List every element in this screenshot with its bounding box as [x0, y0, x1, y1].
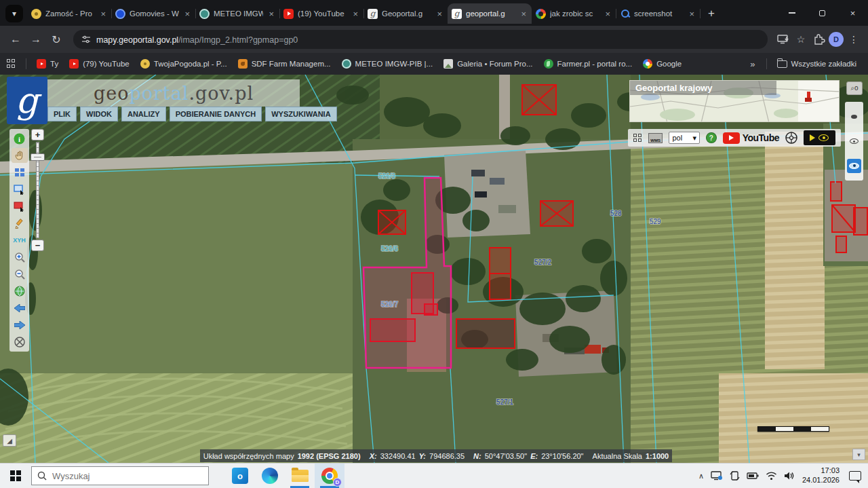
tab-search-button[interactable]: ▾ [5, 5, 23, 22]
back-button[interactable]: ← [7, 33, 24, 45]
browser-menu-icon[interactable]: ⋮ [846, 34, 861, 45]
bookmark-sdf-farm[interactable]: SDF Farm Managem... [233, 57, 336, 71]
window-restore-button[interactable] [807, 0, 837, 26]
close-icon[interactable]: × [351, 9, 359, 19]
tab-meteo[interactable]: METEO IMGW × [195, 3, 279, 24]
tab-geoportal-1[interactable]: g Geoportal.g × [363, 3, 448, 24]
previous-view-tool[interactable] [12, 301, 28, 316]
info-tool[interactable]: i [12, 131, 28, 146]
map-area: 526/3 526/6 526/7 527/2 528 529 527/1 g … [0, 75, 868, 463]
scroll-down-button[interactable]: ▾ [852, 449, 865, 460]
search-input[interactable] [52, 471, 174, 481]
legend-grid-icon[interactable] [633, 134, 642, 142]
close-icon[interactable]: × [99, 9, 107, 19]
close-icon[interactable]: × [688, 9, 696, 19]
window-close-button[interactable]: × [837, 0, 868, 26]
layer-eye-active-button[interactable] [847, 159, 861, 173]
taskbar-search[interactable] [31, 466, 209, 485]
menu-wyszukiwania[interactable]: WYSZUKIWANIA [265, 107, 336, 121]
wifi-icon[interactable] [766, 471, 777, 481]
tab-screenshot[interactable]: screenshot × [616, 3, 700, 24]
arrow-left-icon [14, 304, 25, 312]
xyh-coordinates-tool[interactable]: XYH [12, 233, 28, 248]
overview-map[interactable]: Geoportal krajowy [629, 80, 840, 122]
profile-avatar[interactable]: D [829, 32, 844, 47]
bookmark-twojapogoda[interactable]: TwojaPogoda.pl - P... [136, 57, 232, 71]
layer-eye-small-button[interactable] [847, 110, 861, 124]
bookmark-star-icon[interactable]: ☆ [793, 34, 808, 45]
tray-expand-icon[interactable]: ∧ [698, 472, 704, 481]
clear-selection-tool[interactable] [12, 199, 28, 214]
youtube-icon [69, 59, 79, 69]
select-rectangle-tool[interactable] [12, 182, 28, 197]
folder-icon [777, 60, 787, 68]
battery-icon[interactable] [747, 471, 759, 481]
pencil-icon [14, 219, 24, 229]
extensions-icon[interactable] [811, 33, 826, 45]
accessibility-wheel-icon[interactable] [785, 132, 797, 144]
close-icon[interactable]: × [519, 9, 528, 19]
taskbar-outlook[interactable]: o [225, 464, 255, 488]
youtube-link[interactable]: YouTube [723, 132, 779, 144]
zoom-in-tool[interactable] [12, 250, 28, 265]
window-minimize-button[interactable] [776, 0, 807, 26]
menu-plik[interactable]: PLIK [47, 107, 77, 121]
restore-icon [819, 10, 825, 16]
bookmarks-overflow-button[interactable]: » [745, 59, 760, 69]
close-icon[interactable]: × [435, 9, 443, 19]
pan-tool[interactable] [12, 148, 28, 163]
send-to-device-icon[interactable] [776, 34, 791, 45]
language-select[interactable]: pol ▾ [669, 132, 699, 144]
layers-tool[interactable] [12, 165, 28, 180]
parcel-label: 527/1 [496, 398, 513, 406]
menu-pobieranie-danych[interactable]: POBIERANIE DANYCH [170, 107, 262, 121]
close-icon[interactable]: × [183, 9, 191, 19]
layer-eye-outline-button[interactable] [847, 134, 861, 149]
tab-geoportal-active[interactable]: g geoportal.g × [448, 3, 532, 24]
close-icon[interactable]: × [604, 9, 612, 19]
forward-button[interactable]: → [27, 33, 45, 45]
bookmark-meteo[interactable]: METEO IMGW-PIB |... [337, 57, 438, 71]
full-extent-tool[interactable] [12, 284, 28, 299]
contrast-mode-button[interactable] [804, 130, 835, 145]
apps-grid-icon[interactable] [7, 59, 16, 69]
zoom-slider-handle[interactable] [31, 153, 45, 161]
reload-button[interactable]: ↻ [47, 33, 65, 46]
taskbar-clock[interactable]: 17:03 24.01.2026 [802, 466, 840, 485]
taskbar-chrome[interactable]: D [315, 464, 344, 488]
start-button[interactable] [0, 464, 31, 488]
bookmark-farmer[interactable]: Farmer.pl - portal ro... [539, 57, 637, 71]
tab-youtube[interactable]: (19) YouTube × [279, 3, 363, 24]
menu-analizy[interactable]: ANALIZY [121, 107, 166, 121]
bookmark-youtube[interactable]: (79) YouTube [64, 57, 134, 71]
zoom-out-tool[interactable] [12, 267, 28, 282]
notification-center-icon[interactable] [849, 471, 861, 481]
speaker-icon[interactable] [784, 471, 795, 481]
taskbar-file-explorer[interactable] [285, 464, 315, 488]
tab-google-search[interactable]: jak zrobic sc × [532, 3, 616, 24]
tab-zamosc[interactable]: Zamość - Pro × [27, 3, 111, 24]
display-icon[interactable] [711, 470, 723, 481]
tab-gomovies[interactable]: Gomovies - W × [111, 3, 195, 24]
geoportal-logo[interactable]: g [7, 77, 47, 124]
close-icon[interactable]: × [267, 9, 275, 19]
bookmark-galeria[interactable]: Galeria • Forum Pro... [439, 57, 537, 71]
bookmark-ty[interactable]: Ty [32, 57, 63, 71]
zoom-out-button[interactable]: − [31, 240, 44, 251]
site-settings-icon[interactable] [81, 35, 91, 44]
corner-overview-button[interactable]: ◢ [3, 434, 16, 447]
wms-icon[interactable]: WMS [648, 133, 663, 143]
next-view-tool[interactable] [12, 318, 28, 333]
url-field[interactable]: mapy.geoportal.gov.pl/imap/Imgp_2.html?g… [73, 30, 768, 49]
menu-widok[interactable]: WIDOK [80, 107, 118, 121]
rotation-lock-icon[interactable] [730, 470, 740, 481]
new-tab-button[interactable]: + [703, 5, 720, 22]
center-view-tool[interactable] [12, 335, 28, 350]
bookmark-google[interactable]: Google [638, 57, 686, 71]
overview-toggle-button[interactable]: ⌕o [846, 81, 863, 95]
measure-tool[interactable] [12, 216, 28, 231]
all-bookmarks-button[interactable]: Wszystkie zakładki [772, 58, 862, 70]
zoom-in-button[interactable]: + [31, 129, 44, 140]
taskbar-edge[interactable] [255, 464, 285, 488]
help-button[interactable]: ? [706, 132, 717, 143]
